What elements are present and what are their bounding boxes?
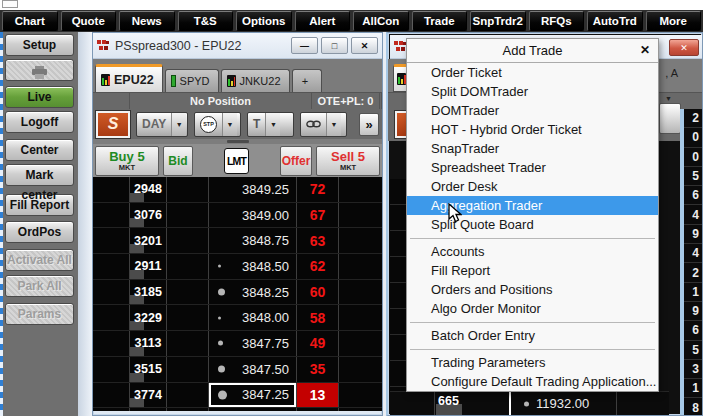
menu-item-accounts[interactable]: Accounts (407, 242, 658, 261)
depth-cell[interactable] (167, 254, 209, 279)
menubar-button[interactable]: Alert (295, 11, 351, 31)
price-cell[interactable]: 3848.25 (209, 280, 297, 305)
price-cell[interactable]: 3848.00 (209, 305, 297, 330)
menu-item-configure-default-trading-application[interactable]: Configure Default Trading Application... (407, 372, 658, 391)
ladder-digit[interactable]: 0 (684, 148, 702, 167)
minimize-button[interactable]: — (291, 37, 318, 54)
ask-qty-cell[interactable]: 63 (297, 228, 339, 253)
volume-cell[interactable]: 3774 (130, 383, 167, 408)
add-tab-button[interactable]: + (292, 69, 322, 92)
menu-item-orders-and-positions[interactable]: Orders and Positions (407, 280, 658, 299)
bid-cell[interactable] (93, 280, 130, 305)
logoff-button[interactable]: Logoff (5, 111, 74, 133)
ask-qty-cell[interactable]: 13 (297, 383, 339, 408)
menubar-button[interactable]: T&S (178, 11, 234, 31)
menubar-button[interactable]: AutoTrd (587, 11, 643, 31)
menubar-button[interactable]: News (119, 11, 175, 31)
ask-qty-cell[interactable]: 72 (297, 177, 339, 202)
depth-cell[interactable] (167, 177, 209, 202)
window1-titlebar[interactable]: PSspread300 - EPU22 — □ ✕ (93, 33, 382, 59)
ladder-digit[interactable]: 8 (684, 398, 702, 416)
menu-item-split-quote-board[interactable]: Split Quote Board (407, 215, 658, 234)
account-s-button[interactable]: S (96, 111, 130, 138)
ladder-digit[interactable]: 9 (684, 302, 702, 321)
ask-cell[interactable] (339, 280, 382, 305)
price-cell[interactable]: 3847.75 (209, 331, 297, 356)
menu-item-algo-order-monitor[interactable]: Algo Order Monitor (407, 299, 658, 318)
menubar-button[interactable]: Quote (61, 11, 117, 31)
bid-cell[interactable] (93, 177, 130, 202)
ask-qty-cell[interactable]: 60 (297, 280, 339, 305)
depth-cell[interactable] (167, 203, 209, 228)
menubar-button[interactable]: RFQs (529, 11, 585, 31)
price-cell[interactable]: 3847.50 (209, 357, 297, 382)
live-button[interactable]: Live (5, 86, 74, 108)
price-cell[interactable]: 3848.50 (209, 254, 297, 279)
ask-cell[interactable] (339, 254, 382, 279)
offer-button[interactable]: Offer (280, 146, 312, 176)
mark-center-button[interactable]: Mark center (5, 164, 74, 186)
bid-button[interactable]: Bid (163, 146, 193, 176)
bid-cell[interactable] (93, 228, 130, 253)
link-dropdown[interactable]: ▼ (300, 112, 347, 137)
depth-cell[interactable] (167, 408, 209, 411)
price-cell[interactable]: 3847.25 (209, 383, 297, 408)
menu-item-order-ticket[interactable]: Order Ticket (407, 63, 658, 82)
bid-cell[interactable] (93, 383, 130, 408)
center-button[interactable]: Center (5, 139, 74, 161)
ladder-digit[interactable]: 3 (684, 360, 702, 379)
menu-item-fill-report[interactable]: Fill Report (407, 261, 658, 280)
depth-cell[interactable] (167, 228, 209, 253)
type-dropdown[interactable]: T ▼ (247, 112, 294, 137)
add-trade-menu-header[interactable]: Add Trade ✕ (407, 39, 658, 63)
ladder-digit[interactable]: 1 (684, 283, 702, 302)
ask-cell[interactable] (339, 383, 382, 408)
window2-scroll-button[interactable] (659, 103, 681, 134)
volume-cell[interactable]: 3185 (130, 280, 167, 305)
ladder-digit[interactable]: 2 (684, 109, 702, 128)
menubar-button[interactable]: AllCon (353, 11, 409, 31)
menubar-button[interactable]: Trade (412, 11, 468, 31)
volume-cell[interactable]: 3076 (130, 203, 167, 228)
bid-cell[interactable] (93, 254, 130, 279)
tab-epu22[interactable]: EPU22 (95, 64, 163, 92)
menu-item-aggregation-trader[interactable]: Aggregation Trader (407, 196, 658, 215)
price-cell[interactable]: 3848.75 (209, 228, 297, 253)
bid-cell[interactable] (93, 305, 130, 330)
menu-item-hot-hybrid-order-ticket[interactable]: HOT - Hybrid Order Ticket (407, 120, 658, 139)
ladder-digit[interactable]: 2 (684, 263, 702, 282)
menu-item-order-desk[interactable]: Order Desk (407, 177, 658, 196)
volume-cell[interactable]: 3201 (130, 228, 167, 253)
ask-cell[interactable] (339, 177, 382, 202)
menu-close-icon[interactable]: ✕ (640, 43, 650, 57)
depth-cell[interactable] (167, 383, 209, 408)
menubar-button[interactable]: Chart (2, 11, 58, 31)
volume-cell[interactable]: 2948 (130, 177, 167, 202)
ask-qty-cell[interactable]: 67 (297, 203, 339, 228)
ladder-digit[interactable]: 6 (684, 321, 702, 340)
menu-item-trading-parameters[interactable]: Trading Parameters (407, 353, 658, 372)
ladder-digit[interactable]: 1 (684, 379, 702, 398)
ladder-digit[interactable]: 4 (684, 244, 702, 263)
menubar-button[interactable]: More (646, 11, 702, 31)
fill-report-button[interactable]: Fill Report (5, 194, 74, 216)
bid-cell[interactable] (93, 357, 130, 382)
menubar-button[interactable]: Options (236, 11, 292, 31)
buy-market-button[interactable]: Buy 5 MKT (95, 146, 159, 176)
ask-qty-cell[interactable]: 58 (297, 305, 339, 330)
ladder-digit[interactable]: 5 (684, 167, 702, 186)
sell-market-button[interactable]: Sell 5 MKT (316, 146, 380, 176)
price-cell[interactable]: 3849.00 (209, 203, 297, 228)
menu-item-snaptrader[interactable]: SnapTrader (407, 139, 658, 158)
menu-item-domtrader[interactable]: DOMTrader (407, 101, 658, 120)
ask-cell[interactable] (339, 228, 382, 253)
menu-item-spreadsheet-trader[interactable]: Spreadsheet Trader (407, 158, 658, 177)
setup-button[interactable]: Setup (5, 34, 74, 56)
volume-cell[interactable]: 3113 (130, 331, 167, 356)
bid-cell[interactable] (93, 203, 130, 228)
ladder-digit[interactable]: 4 (684, 205, 702, 224)
menubar-button[interactable]: SnpTrdr2 (470, 11, 526, 31)
ask-cell[interactable] (339, 203, 382, 228)
expand-toolbar-button[interactable]: » (359, 113, 379, 136)
depth-cell[interactable] (167, 357, 209, 382)
